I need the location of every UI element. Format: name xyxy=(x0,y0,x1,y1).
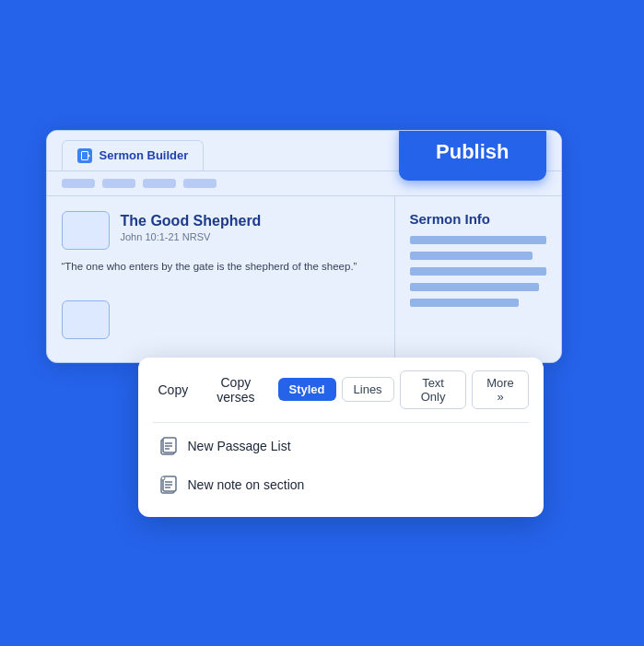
sermon-title: The Good Shepherd xyxy=(121,213,262,229)
card-top: The Good Shepherd John 10:1-21 NRSV xyxy=(62,211,380,250)
lines-button[interactable]: Lines xyxy=(342,377,394,402)
svg-rect-1 xyxy=(163,438,176,452)
copy-button[interactable]: Copy xyxy=(153,379,194,401)
tab-title: Sermon Builder xyxy=(100,148,189,162)
info-line-1 xyxy=(410,236,546,244)
copy-verses-button[interactable]: Copy verses xyxy=(199,371,272,408)
toolbar-pill-2 xyxy=(102,179,135,188)
new-note-label: New note on section xyxy=(188,477,305,492)
sermon-quote: “The one who enters by the gate is the s… xyxy=(62,259,380,275)
context-menu: Copy Copy verses Styled Lines Text Only … xyxy=(138,358,544,517)
app-icon xyxy=(77,148,92,163)
panel-title: Sermon Info xyxy=(410,211,546,227)
left-panel: The Good Shepherd John 10:1-21 NRSV “The… xyxy=(47,196,395,362)
info-line-3 xyxy=(410,267,546,276)
info-line-4 xyxy=(410,283,540,291)
publish-button[interactable]: Publish xyxy=(399,130,545,181)
passage-list-icon xyxy=(158,436,179,456)
menu-buttons-row: Copy Copy verses Styled Lines Text Only … xyxy=(153,370,529,409)
new-note-item[interactable]: New note on section xyxy=(153,465,529,504)
sermon-card: The Good Shepherd John 10:1-21 NRSV “The… xyxy=(62,211,380,339)
sermon-thumbnail xyxy=(62,211,110,250)
sermon-builder-window: Sermon Builder Publish The Good Shepherd… xyxy=(46,130,562,363)
svg-point-10 xyxy=(161,476,165,480)
info-line-2 xyxy=(410,252,533,260)
window-header: Sermon Builder Publish xyxy=(47,131,561,171)
small-thumbnail xyxy=(62,300,110,339)
toolbar-pill-1 xyxy=(62,179,95,188)
new-passage-list-item[interactable]: New Passage List xyxy=(153,427,529,465)
note-icon xyxy=(158,475,179,495)
new-passage-list-label: New Passage List xyxy=(188,439,291,453)
text-only-button[interactable]: Text Only xyxy=(400,370,467,409)
toolbar-pill-4 xyxy=(183,179,217,188)
styled-button[interactable]: Styled xyxy=(278,378,336,401)
menu-divider-1 xyxy=(153,422,529,423)
info-line-5 xyxy=(410,299,519,307)
more-button[interactable]: More » xyxy=(472,370,528,409)
sermon-reference: John 10:1-21 NRSV xyxy=(121,231,262,242)
toolbar-pill-3 xyxy=(143,179,176,188)
sermon-info: The Good Shepherd John 10:1-21 NRSV xyxy=(121,211,262,242)
right-panel: Sermon Info xyxy=(395,196,561,362)
window-body: The Good Shepherd John 10:1-21 NRSV “The… xyxy=(47,196,561,362)
window-tab[interactable]: Sermon Builder xyxy=(62,140,205,170)
